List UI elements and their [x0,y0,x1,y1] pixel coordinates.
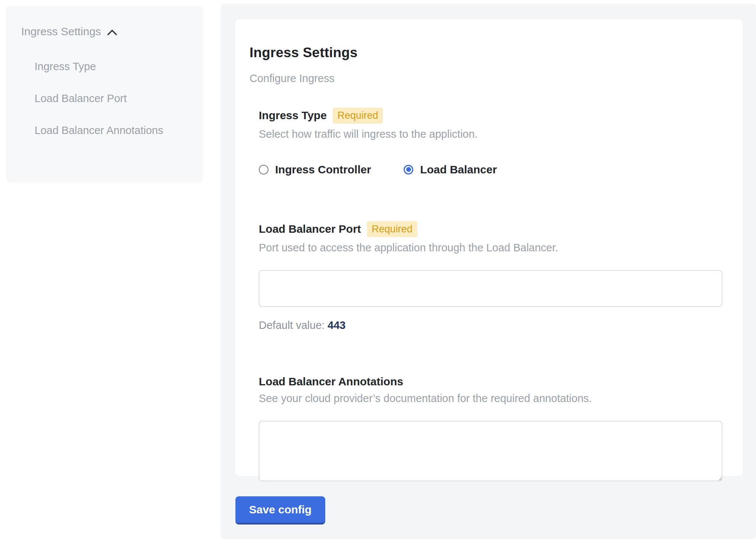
section-load-balancer-port: Load Balancer Port Required Port used to… [259,221,722,331]
radio-ingress-controller[interactable]: Ingress Controller [259,163,371,176]
radio-circle-icon [259,165,268,174]
lb-annotations-help: See your cloud provider’s documentation … [259,392,722,405]
sidebar-group-label: Ingress Settings [21,25,101,37]
lb-port-label-row: Load Balancer Port Required [259,221,722,237]
lb-port-default-line: Default value:443 [259,319,722,331]
radio-circle-selected-icon [404,165,413,174]
ingress-type-label-row: Ingress Type Required [259,108,722,124]
sidebar-item-ingress-type[interactable]: Ingress Type [35,55,168,78]
lb-port-input[interactable] [259,270,722,307]
sections-container: Ingress Type Required Select how traffic… [259,108,722,481]
lb-annotations-label: Load Balancer Annotations [259,375,403,388]
lb-port-label: Load Balancer Port [259,223,361,235]
sidebar-item-load-balancer-port[interactable]: Load Balancer Port [35,87,168,110]
sidebar-group-ingress-settings[interactable]: Ingress Settings [21,25,188,37]
config-main-panel: Ingress Settings Configure Ingress Ingre… [221,4,756,539]
sidebar-item-load-balancer-annotations[interactable]: Load Balancer Annotations [35,119,168,141]
ingress-type-radio-group: Ingress Controller Load Balancer [259,163,722,176]
page-subtitle: Configure Ingress [250,72,722,85]
lb-port-help: Port used to access the application thro… [259,242,722,254]
lb-annotations-label-row: Load Balancer Annotations [259,375,722,388]
settings-sidebar: Ingress Settings Ingress Type Load Balan… [6,6,203,183]
ingress-settings-card: Ingress Settings Configure Ingress Ingre… [235,19,743,476]
required-badge: Required [333,108,383,124]
lb-annotations-textarea[interactable] [259,421,722,481]
page-title: Ingress Settings [250,45,722,61]
ingress-type-help: Select how traffic will ingress to the a… [259,128,722,140]
section-ingress-type: Ingress Type Required Select how traffic… [259,108,722,176]
required-badge: Required [367,221,417,237]
default-value-label: Default value: [259,319,325,331]
section-load-balancer-annotations: Load Balancer Annotations See your cloud… [259,375,722,481]
sidebar-item-list: Ingress Type Load Balancer Port Load Bal… [35,55,188,141]
radio-load-balancer-label: Load Balancer [420,163,497,176]
save-config-button[interactable]: Save config [235,496,325,525]
radio-ingress-controller-label: Ingress Controller [275,163,371,176]
radio-load-balancer[interactable]: Load Balancer [404,163,497,176]
ingress-type-label: Ingress Type [259,109,327,122]
chevron-up-icon [107,29,117,36]
default-value: 443 [328,319,345,331]
